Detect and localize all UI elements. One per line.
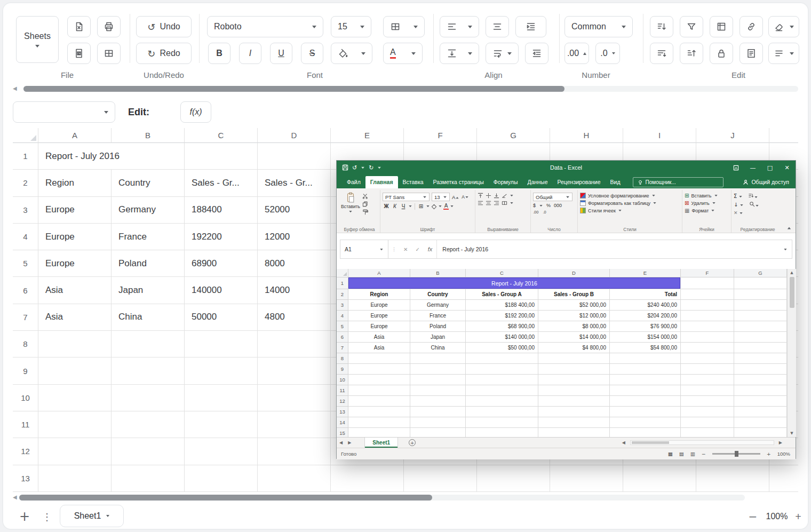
xl-cell[interactable] bbox=[410, 417, 466, 428]
xl-cell[interactable]: $204 200,00 bbox=[610, 311, 681, 321]
cell-B2[interactable]: Country bbox=[112, 170, 185, 196]
xl-cell[interactable]: Germany bbox=[410, 300, 466, 311]
cell-B8[interactable] bbox=[112, 331, 185, 358]
row-header-1[interactable]: 1 bbox=[13, 143, 38, 170]
number-format-select[interactable]: Common bbox=[564, 16, 633, 37]
close-icon[interactable]: ✕ bbox=[778, 161, 796, 174]
xl-cell[interactable] bbox=[734, 289, 787, 300]
excel-name-box[interactable]: A1 bbox=[340, 240, 388, 258]
xl-cell[interactable]: Asia bbox=[348, 343, 410, 353]
xl-cell[interactable] bbox=[610, 417, 681, 428]
row-header-2[interactable]: 2 bbox=[13, 170, 38, 196]
xl-cell[interactable] bbox=[410, 375, 466, 385]
tab-insert[interactable]: Вставка bbox=[398, 176, 428, 188]
xl-cell[interactable] bbox=[734, 311, 787, 321]
eraser-select[interactable] bbox=[768, 16, 799, 37]
cell-C3[interactable]: 188400 bbox=[185, 197, 258, 224]
sheet-tab-sheet1[interactable]: Sheet1 bbox=[60, 505, 124, 527]
excel-borders-button[interactable]: ⊞ bbox=[417, 203, 425, 209]
tab-file[interactable]: Файл bbox=[342, 176, 365, 188]
column-header-A[interactable]: A bbox=[38, 128, 112, 143]
minimize-icon[interactable]: — bbox=[744, 161, 761, 174]
row-header-11[interactable]: 11 bbox=[13, 411, 38, 438]
excel-title-bar[interactable]: ↺ ↻ Data - Excel — □ ✕ bbox=[337, 161, 796, 174]
cell-B10[interactable] bbox=[112, 385, 185, 411]
row-header-7[interactable]: 7 bbox=[13, 304, 38, 331]
xl-cell[interactable]: $14 000,00 bbox=[538, 332, 610, 343]
xl-row-header-8[interactable]: 8 bbox=[337, 353, 348, 364]
list-options-select[interactable] bbox=[768, 43, 799, 64]
xl-cell[interactable]: $68 900,00 bbox=[466, 321, 538, 332]
xl-cell[interactable] bbox=[681, 407, 734, 417]
xl-cell[interactable]: Poland bbox=[410, 321, 466, 332]
sheets-menu-button[interactable]: Sheets bbox=[16, 16, 59, 63]
cell-D5[interactable]: 8000 bbox=[258, 250, 331, 277]
zoom-out-button[interactable]: − bbox=[746, 506, 760, 527]
xl-cell[interactable] bbox=[681, 353, 734, 364]
xl-cell[interactable] bbox=[681, 385, 734, 396]
cell-D4[interactable]: 12000 bbox=[258, 224, 331, 250]
comma-format-button[interactable]: 000 bbox=[554, 203, 562, 208]
row-header-6[interactable]: 6 bbox=[13, 277, 38, 304]
ribbon-display-icon[interactable] bbox=[727, 161, 744, 174]
cell-A6[interactable]: Asia bbox=[38, 277, 112, 304]
row-header-13[interactable]: 13 bbox=[13, 465, 38, 492]
cell-B12[interactable] bbox=[112, 438, 185, 465]
cell-H13[interactable] bbox=[550, 465, 623, 492]
xl-cell[interactable] bbox=[681, 289, 734, 300]
excel-vertical-scrollbar[interactable]: ▲ ▼ bbox=[787, 269, 796, 437]
cell-C12[interactable] bbox=[185, 438, 258, 465]
excel-window[interactable]: ↺ ↻ Data - Excel — □ ✕ Файл Главная Вста… bbox=[336, 160, 796, 459]
column-header-G[interactable]: G bbox=[477, 128, 550, 143]
xl-cell[interactable] bbox=[348, 428, 410, 437]
valign-bottom-icon[interactable] bbox=[494, 193, 499, 198]
xl-cell[interactable]: $140 000,00 bbox=[466, 332, 538, 343]
xl-cell[interactable]: Asia bbox=[348, 332, 410, 343]
xl-cell[interactable] bbox=[734, 300, 787, 311]
font-family-select[interactable]: Roboto bbox=[207, 16, 323, 37]
cell-C10[interactable] bbox=[185, 385, 258, 411]
xl-cell[interactable] bbox=[348, 353, 410, 364]
xl-cell[interactable] bbox=[734, 332, 787, 343]
redo-button[interactable]: ↻ Redo bbox=[136, 43, 192, 64]
xl-column-header-C[interactable]: C bbox=[466, 269, 538, 277]
xl-row-header-1[interactable]: 1 bbox=[337, 277, 348, 289]
cell-F13[interactable] bbox=[404, 465, 477, 492]
zoom-in-button[interactable]: + bbox=[793, 506, 804, 527]
cell-C1[interactable] bbox=[185, 143, 258, 170]
xl-cell[interactable] bbox=[610, 364, 681, 375]
lock-button[interactable] bbox=[710, 43, 733, 64]
prev-sheet-icon[interactable]: ◀ bbox=[337, 438, 345, 448]
xl-select-all-corner[interactable] bbox=[337, 269, 348, 277]
cell-B9[interactable] bbox=[112, 358, 185, 384]
cell-C4[interactable]: 192200 bbox=[185, 224, 258, 250]
xl-row-header-3[interactable]: 3 bbox=[337, 300, 348, 311]
xl-cell[interactable]: $12 000,00 bbox=[538, 311, 610, 321]
delete-cells-button[interactable]: ⊠ Удалить bbox=[685, 200, 729, 206]
xl-cell[interactable] bbox=[410, 353, 466, 364]
confirm-entry-icon[interactable]: ✓ bbox=[415, 247, 419, 252]
excel-sheet-tab[interactable]: Sheet1 bbox=[364, 438, 398, 448]
cell-D13[interactable] bbox=[258, 465, 331, 492]
format-cells-button[interactable]: ▦ Формат bbox=[685, 208, 729, 213]
xl-cell[interactable]: China bbox=[410, 343, 466, 353]
cut-icon[interactable] bbox=[362, 193, 368, 199]
xl-row-header-11[interactable]: 11 bbox=[337, 385, 348, 396]
cell-J13[interactable] bbox=[696, 465, 769, 492]
cell-B4[interactable]: France bbox=[112, 224, 185, 250]
excel-vscroll-thumb[interactable] bbox=[790, 277, 794, 308]
xl-cell[interactable] bbox=[734, 277, 787, 289]
xl-cell[interactable] bbox=[610, 396, 681, 407]
xl-cell[interactable] bbox=[734, 407, 787, 417]
edit-form-button[interactable] bbox=[740, 43, 763, 64]
cell-styles-button[interactable]: Стили ячеек bbox=[580, 208, 680, 213]
excel-hscroll-thumb[interactable] bbox=[632, 441, 669, 444]
xl-cell[interactable] bbox=[410, 428, 466, 437]
insert-cells-button[interactable]: ⊞ Вставить bbox=[685, 193, 729, 198]
tab-review[interactable]: Рецензирование bbox=[552, 176, 605, 188]
xl-cell[interactable] bbox=[466, 375, 538, 385]
align-center-button[interactable] bbox=[486, 16, 509, 37]
insert-function-button[interactable]: fx bbox=[428, 246, 433, 252]
cell-C2[interactable]: Sales - Gr... bbox=[185, 170, 258, 196]
xl-row-header-14[interactable]: 14 bbox=[337, 417, 348, 428]
